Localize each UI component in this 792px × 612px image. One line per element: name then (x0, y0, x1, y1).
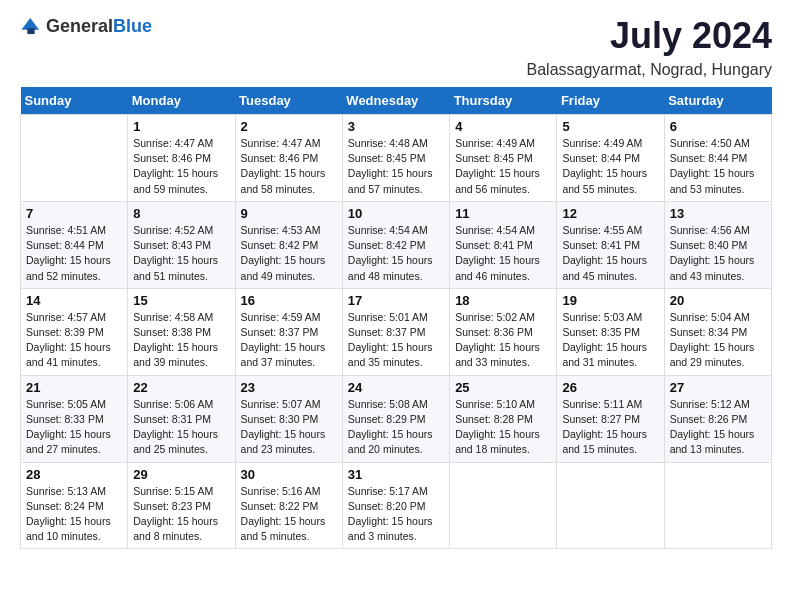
week-row-4: 21Sunrise: 5:05 AMSunset: 8:33 PMDayligh… (21, 375, 772, 462)
day-info: Sunrise: 5:16 AMSunset: 8:22 PMDaylight:… (241, 484, 337, 545)
day-number: 3 (348, 119, 444, 134)
day-info: Sunrise: 4:58 AMSunset: 8:38 PMDaylight:… (133, 310, 229, 371)
day-number: 10 (348, 206, 444, 221)
day-info: Sunrise: 5:15 AMSunset: 8:23 PMDaylight:… (133, 484, 229, 545)
day-cell: 15Sunrise: 4:58 AMSunset: 8:38 PMDayligh… (128, 288, 235, 375)
logo: GeneralBlue (20, 15, 152, 37)
day-number: 31 (348, 467, 444, 482)
day-info: Sunrise: 5:02 AMSunset: 8:36 PMDaylight:… (455, 310, 551, 371)
day-number: 20 (670, 293, 766, 308)
day-cell: 19Sunrise: 5:03 AMSunset: 8:35 PMDayligh… (557, 288, 664, 375)
day-number: 12 (562, 206, 658, 221)
day-cell: 16Sunrise: 4:59 AMSunset: 8:37 PMDayligh… (235, 288, 342, 375)
day-cell: 20Sunrise: 5:04 AMSunset: 8:34 PMDayligh… (664, 288, 771, 375)
day-cell: 29Sunrise: 5:15 AMSunset: 8:23 PMDayligh… (128, 462, 235, 549)
day-cell: 17Sunrise: 5:01 AMSunset: 8:37 PMDayligh… (342, 288, 449, 375)
day-info: Sunrise: 4:48 AMSunset: 8:45 PMDaylight:… (348, 136, 444, 197)
day-cell: 22Sunrise: 5:06 AMSunset: 8:31 PMDayligh… (128, 375, 235, 462)
calendar-header-row: SundayMondayTuesdayWednesdayThursdayFrid… (21, 87, 772, 115)
day-cell (450, 462, 557, 549)
day-number: 21 (26, 380, 122, 395)
day-number: 9 (241, 206, 337, 221)
day-info: Sunrise: 5:13 AMSunset: 8:24 PMDaylight:… (26, 484, 122, 545)
week-row-5: 28Sunrise: 5:13 AMSunset: 8:24 PMDayligh… (21, 462, 772, 549)
day-number: 30 (241, 467, 337, 482)
day-number: 7 (26, 206, 122, 221)
day-info: Sunrise: 4:51 AMSunset: 8:44 PMDaylight:… (26, 223, 122, 284)
day-info: Sunrise: 5:04 AMSunset: 8:34 PMDaylight:… (670, 310, 766, 371)
day-info: Sunrise: 4:49 AMSunset: 8:45 PMDaylight:… (455, 136, 551, 197)
day-number: 1 (133, 119, 229, 134)
day-cell: 1Sunrise: 4:47 AMSunset: 8:46 PMDaylight… (128, 115, 235, 202)
day-info: Sunrise: 5:03 AMSunset: 8:35 PMDaylight:… (562, 310, 658, 371)
day-cell: 23Sunrise: 5:07 AMSunset: 8:30 PMDayligh… (235, 375, 342, 462)
week-row-2: 7Sunrise: 4:51 AMSunset: 8:44 PMDaylight… (21, 201, 772, 288)
day-info: Sunrise: 4:49 AMSunset: 8:44 PMDaylight:… (562, 136, 658, 197)
day-header-saturday: Saturday (664, 87, 771, 115)
month-year-title: July 2024 (610, 15, 772, 57)
day-header-wednesday: Wednesday (342, 87, 449, 115)
day-cell: 25Sunrise: 5:10 AMSunset: 8:28 PMDayligh… (450, 375, 557, 462)
header: GeneralBlue July 2024 (20, 15, 772, 57)
day-number: 16 (241, 293, 337, 308)
day-cell: 18Sunrise: 5:02 AMSunset: 8:36 PMDayligh… (450, 288, 557, 375)
day-info: Sunrise: 4:52 AMSunset: 8:43 PMDaylight:… (133, 223, 229, 284)
day-cell: 6Sunrise: 4:50 AMSunset: 8:44 PMDaylight… (664, 115, 771, 202)
day-info: Sunrise: 4:50 AMSunset: 8:44 PMDaylight:… (670, 136, 766, 197)
day-info: Sunrise: 5:07 AMSunset: 8:30 PMDaylight:… (241, 397, 337, 458)
calendar-container: GeneralBlue July 2024 Balassagyarmat, No… (0, 0, 792, 559)
title-block: July 2024 (610, 15, 772, 57)
day-number: 13 (670, 206, 766, 221)
day-number: 19 (562, 293, 658, 308)
day-info: Sunrise: 5:11 AMSunset: 8:27 PMDaylight:… (562, 397, 658, 458)
day-header-tuesday: Tuesday (235, 87, 342, 115)
day-number: 24 (348, 380, 444, 395)
day-header-friday: Friday (557, 87, 664, 115)
day-number: 6 (670, 119, 766, 134)
day-cell: 9Sunrise: 4:53 AMSunset: 8:42 PMDaylight… (235, 201, 342, 288)
day-info: Sunrise: 5:06 AMSunset: 8:31 PMDaylight:… (133, 397, 229, 458)
day-cell: 8Sunrise: 4:52 AMSunset: 8:43 PMDaylight… (128, 201, 235, 288)
location-title: Balassagyarmat, Nograd, Hungary (20, 61, 772, 79)
day-header-thursday: Thursday (450, 87, 557, 115)
day-info: Sunrise: 5:05 AMSunset: 8:33 PMDaylight:… (26, 397, 122, 458)
day-cell: 28Sunrise: 5:13 AMSunset: 8:24 PMDayligh… (21, 462, 128, 549)
week-row-1: 1Sunrise: 4:47 AMSunset: 8:46 PMDaylight… (21, 115, 772, 202)
day-cell: 12Sunrise: 4:55 AMSunset: 8:41 PMDayligh… (557, 201, 664, 288)
calendar-body: 1Sunrise: 4:47 AMSunset: 8:46 PMDaylight… (21, 115, 772, 549)
week-row-3: 14Sunrise: 4:57 AMSunset: 8:39 PMDayligh… (21, 288, 772, 375)
day-info: Sunrise: 4:53 AMSunset: 8:42 PMDaylight:… (241, 223, 337, 284)
day-cell: 2Sunrise: 4:47 AMSunset: 8:46 PMDaylight… (235, 115, 342, 202)
day-number: 18 (455, 293, 551, 308)
day-number: 14 (26, 293, 122, 308)
day-number: 26 (562, 380, 658, 395)
day-cell: 13Sunrise: 4:56 AMSunset: 8:40 PMDayligh… (664, 201, 771, 288)
day-header-sunday: Sunday (21, 87, 128, 115)
day-cell (21, 115, 128, 202)
day-number: 17 (348, 293, 444, 308)
logo-blue: Blue (113, 16, 152, 36)
day-info: Sunrise: 4:59 AMSunset: 8:37 PMDaylight:… (241, 310, 337, 371)
day-cell: 26Sunrise: 5:11 AMSunset: 8:27 PMDayligh… (557, 375, 664, 462)
day-number: 8 (133, 206, 229, 221)
day-info: Sunrise: 4:47 AMSunset: 8:46 PMDaylight:… (133, 136, 229, 197)
day-cell: 21Sunrise: 5:05 AMSunset: 8:33 PMDayligh… (21, 375, 128, 462)
svg-marker-0 (21, 18, 39, 30)
day-cell: 14Sunrise: 4:57 AMSunset: 8:39 PMDayligh… (21, 288, 128, 375)
svg-rect-1 (27, 28, 34, 34)
day-number: 4 (455, 119, 551, 134)
day-cell: 24Sunrise: 5:08 AMSunset: 8:29 PMDayligh… (342, 375, 449, 462)
logo-text: GeneralBlue (46, 16, 152, 37)
day-number: 25 (455, 380, 551, 395)
day-cell (664, 462, 771, 549)
day-cell: 7Sunrise: 4:51 AMSunset: 8:44 PMDaylight… (21, 201, 128, 288)
day-cell: 10Sunrise: 4:54 AMSunset: 8:42 PMDayligh… (342, 201, 449, 288)
day-header-monday: Monday (128, 87, 235, 115)
logo-general: General (46, 16, 113, 36)
day-number: 15 (133, 293, 229, 308)
day-cell: 3Sunrise: 4:48 AMSunset: 8:45 PMDaylight… (342, 115, 449, 202)
calendar-table: SundayMondayTuesdayWednesdayThursdayFrid… (20, 87, 772, 549)
day-cell: 4Sunrise: 4:49 AMSunset: 8:45 PMDaylight… (450, 115, 557, 202)
day-info: Sunrise: 4:54 AMSunset: 8:42 PMDaylight:… (348, 223, 444, 284)
day-info: Sunrise: 4:55 AMSunset: 8:41 PMDaylight:… (562, 223, 658, 284)
